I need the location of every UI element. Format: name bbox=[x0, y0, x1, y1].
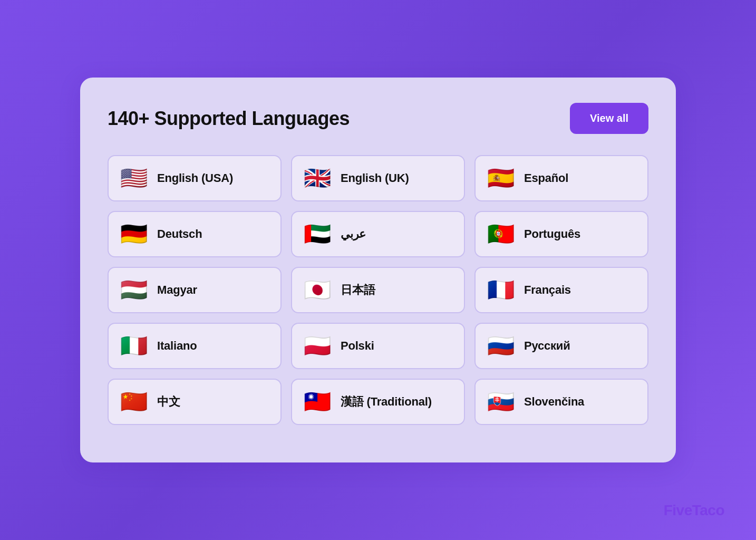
lang-name-english-usa: English (USA) bbox=[157, 171, 233, 185]
language-item-deutsch[interactable]: 🇩🇪Deutsch bbox=[108, 211, 282, 257]
flag-chinese-traditional: 🇹🇼 bbox=[304, 388, 331, 416]
card-header: 140+ Supported Languages View all bbox=[108, 103, 648, 134]
card-title: 140+ Supported Languages bbox=[108, 108, 350, 130]
lang-name-japanese: 日本語 bbox=[341, 282, 375, 298]
language-item-japanese[interactable]: 🇯🇵日本語 bbox=[291, 267, 465, 313]
brand-logo: FiveTaco bbox=[664, 502, 724, 519]
lang-name-magyar: Magyar bbox=[157, 283, 197, 297]
language-item-chinese-traditional[interactable]: 🇹🇼漢語 (Traditional) bbox=[291, 379, 465, 425]
flag-japanese: 🇯🇵 bbox=[304, 276, 331, 304]
lang-name-chinese: 中文 bbox=[157, 394, 180, 410]
lang-name-slovencina: Slovenčina bbox=[524, 395, 584, 409]
lang-name-arabic: عربي bbox=[341, 227, 366, 241]
language-item-chinese[interactable]: 🇨🇳中文 bbox=[108, 379, 282, 425]
flag-slovencina: 🇸🇰 bbox=[487, 388, 515, 416]
lang-name-deutsch: Deutsch bbox=[157, 227, 202, 241]
language-item-italiano[interactable]: 🇮🇹Italiano bbox=[108, 323, 282, 369]
flag-magyar: 🇭🇺 bbox=[120, 276, 148, 304]
lang-name-russian: Русский bbox=[524, 339, 570, 353]
language-item-magyar[interactable]: 🇭🇺Magyar bbox=[108, 267, 282, 313]
lang-name-francais: Français bbox=[524, 283, 571, 297]
lang-name-chinese-traditional: 漢語 (Traditional) bbox=[341, 394, 432, 410]
lang-name-portugues: Português bbox=[524, 227, 580, 241]
languages-card: 140+ Supported Languages View all 🇺🇸Engl… bbox=[80, 78, 676, 462]
lang-name-english-uk: English (UK) bbox=[341, 171, 409, 185]
view-all-button[interactable]: View all bbox=[570, 103, 648, 134]
flag-russian: 🇷🇺 bbox=[487, 332, 515, 360]
language-item-francais[interactable]: 🇫🇷Français bbox=[474, 267, 648, 313]
lang-name-italiano: Italiano bbox=[157, 339, 197, 353]
brand-text: FiveTaco bbox=[664, 502, 724, 518]
language-item-espanol[interactable]: 🇪🇸Español bbox=[474, 155, 648, 201]
language-item-english-uk[interactable]: 🇬🇧English (UK) bbox=[291, 155, 465, 201]
lang-name-polski: Polski bbox=[341, 339, 374, 353]
flag-italiano: 🇮🇹 bbox=[120, 332, 148, 360]
flag-english-uk: 🇬🇧 bbox=[304, 165, 331, 192]
languages-grid: 🇺🇸English (USA)🇬🇧English (UK)🇪🇸Español🇩🇪… bbox=[108, 155, 648, 425]
flag-arabic: 🇦🇪 bbox=[304, 220, 331, 248]
lang-name-espanol: Español bbox=[524, 171, 568, 185]
flag-deutsch: 🇩🇪 bbox=[120, 220, 148, 248]
flag-polski: 🇵🇱 bbox=[304, 332, 331, 360]
flag-espanol: 🇪🇸 bbox=[487, 165, 515, 192]
flag-chinese: 🇨🇳 bbox=[120, 388, 148, 416]
language-item-portugues[interactable]: 🇵🇹Português bbox=[474, 211, 648, 257]
language-item-slovencina[interactable]: 🇸🇰Slovenčina bbox=[474, 379, 648, 425]
flag-francais: 🇫🇷 bbox=[487, 276, 515, 304]
language-item-arabic[interactable]: 🇦🇪عربي bbox=[291, 211, 465, 257]
language-item-english-usa[interactable]: 🇺🇸English (USA) bbox=[108, 155, 282, 201]
flag-english-usa: 🇺🇸 bbox=[120, 165, 148, 192]
flag-portugues: 🇵🇹 bbox=[487, 220, 515, 248]
language-item-russian[interactable]: 🇷🇺Русский bbox=[474, 323, 648, 369]
language-item-polski[interactable]: 🇵🇱Polski bbox=[291, 323, 465, 369]
